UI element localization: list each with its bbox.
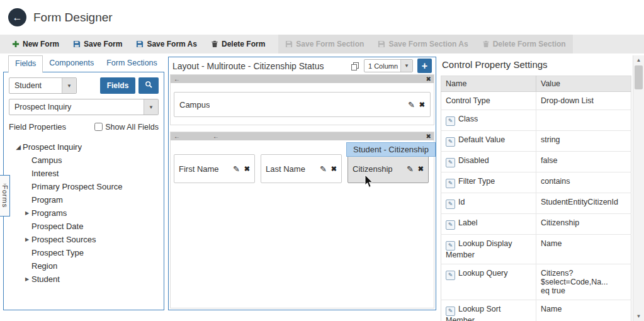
property-value: contains [536, 172, 631, 193]
entity-select[interactable]: Student ▼ [9, 77, 77, 94]
section-header-bar[interactable]: ← ← ✖ [171, 132, 434, 140]
layout-section[interactable]: ← ✖ Campus ✎ ✖ [170, 74, 434, 125]
layout-section[interactable]: ← ← ✖ First Name ✎ ✖ Last [170, 132, 434, 308]
chevron-down-icon: ▼ [144, 99, 158, 115]
form-designer-app: ← Form Designer New Form Save Form Save … [0, 0, 644, 321]
delete-form-label: Delete Form [222, 40, 265, 48]
scroll-up-icon[interactable]: ▲ [633, 57, 644, 63]
remove-icon[interactable]: ✖ [419, 101, 425, 109]
tree-label: Prospect Sources [31, 235, 96, 244]
field-box-campus[interactable]: Campus ✎ ✖ [174, 92, 431, 117]
forms-tab-label: Forms [1, 185, 9, 208]
tree-item-primary-prospect-source[interactable]: Primary Prospect Source [9, 180, 159, 193]
property-row[interactable]: Control Type Drop-down List [441, 92, 631, 110]
copy-layout-button[interactable] [351, 62, 359, 70]
save-form-section-as-button: Save Form Section As [371, 35, 475, 54]
tree-label: Prospect Inquiry [23, 142, 82, 152]
save-form-as-button[interactable]: Save Form As [129, 35, 204, 54]
property-row[interactable]: ✎Id StudentEntityCitizenId [441, 193, 631, 214]
tab-components[interactable]: Components [43, 55, 100, 72]
remove-icon[interactable]: ✖ [244, 165, 250, 173]
forms-slideout-tab[interactable]: › Forms [0, 175, 10, 217]
edit-pencil-icon[interactable]: ✎ [408, 100, 415, 110]
add-section-button[interactable]: + [417, 59, 432, 73]
tree-item-interest[interactable]: Interest [9, 167, 159, 180]
tab-form-sections[interactable]: Form Sections [100, 55, 164, 72]
search-button[interactable] [138, 77, 159, 94]
remove-icon[interactable]: ✖ [331, 165, 337, 173]
edit-pencil-icon[interactable]: ✎ [320, 164, 327, 174]
new-form-button[interactable]: New Form [5, 35, 66, 54]
property-row[interactable]: ✎Disabled false [441, 152, 631, 172]
edit-property-icon: ✎ [446, 220, 455, 230]
tab-fields[interactable]: Fields [8, 55, 43, 73]
tree-item-prospect-inquiry[interactable]: ◢ Prospect Inquiry [9, 140, 159, 154]
property-row[interactable]: ✎Lookup Sort Member Name [441, 300, 631, 321]
show-all-fields-toggle[interactable]: Show All Fields [94, 123, 159, 132]
save-form-button[interactable]: Save Form [66, 35, 129, 54]
close-icon[interactable]: ✖ [426, 133, 431, 140]
layout-canvas-panel: Layout - Multiroute - Citizenship Status… [168, 57, 436, 310]
tree-item-prospect-type[interactable]: Prospect Type [9, 246, 159, 259]
scrollbar-thumb[interactable] [635, 65, 643, 89]
form-select[interactable]: Prospect Inquiry ▼ [9, 99, 159, 115]
main-region: Fields Components Form Sections Student … [0, 55, 644, 321]
form-select-value: Prospect Inquiry [9, 103, 144, 111]
property-row[interactable]: ✎Label Citizenship [441, 214, 631, 235]
property-row[interactable]: ✎Default Value string [441, 131, 631, 152]
expand-icon[interactable]: ▶ [23, 276, 31, 282]
show-all-fields-checkbox[interactable] [94, 123, 103, 131]
tree-item-region[interactable]: Region [9, 259, 159, 273]
new-form-label: New Form [23, 40, 59, 48]
control-property-settings-panel: Control Property Settings Name Value Con… [441, 57, 631, 321]
column-count-select[interactable]: 1 Column ▼ [364, 59, 413, 72]
tree-item-campus[interactable]: Campus [9, 154, 159, 167]
property-value: Citizenship [536, 214, 631, 235]
edit-property-icon: ✎ [446, 137, 455, 147]
section-header-bar[interactable]: ← ✖ [171, 75, 434, 83]
app-header: ← Form Designer [0, 0, 644, 35]
field-box-first-name[interactable]: First Name ✎ ✖ [174, 154, 255, 183]
edit-pencil-icon[interactable]: ✎ [407, 164, 414, 174]
move-left-icon[interactable]: ← [213, 133, 219, 140]
move-left-icon[interactable]: ← [174, 76, 180, 82]
section-toolbar-group: Save Form Section Save Form Section As D… [278, 35, 572, 54]
save-icon [73, 40, 81, 48]
save-form-as-label: Save Form As [147, 40, 197, 48]
edit-pencil-icon[interactable]: ✎ [233, 164, 240, 174]
property-row[interactable]: ✎Class [441, 110, 631, 131]
field-box-citizenship[interactable]: Citizenship ✎ ✖ [347, 154, 429, 183]
delete-form-button[interactable]: Delete Form [204, 35, 272, 54]
save-form-label: Save Form [84, 40, 122, 48]
scroll-down-icon[interactable]: ▼ [633, 313, 644, 319]
expand-icon[interactable]: ▶ [23, 237, 31, 242]
tree-item-student[interactable]: ▶ Student [9, 273, 159, 286]
tree-item-program[interactable]: Program [9, 193, 159, 206]
property-row[interactable]: ✎Lookup Display Member Name [441, 235, 631, 264]
property-row[interactable]: ✎Lookup Query Citizens?$select=Code,Na..… [441, 264, 631, 300]
tree-label: Programs [31, 208, 67, 218]
trash-icon [482, 40, 490, 48]
field-properties-label: Field Properties [9, 122, 66, 132]
delete-form-section-label: Delete Form Section [493, 40, 566, 48]
close-icon[interactable]: ✖ [426, 76, 431, 82]
copy-icon [351, 62, 359, 70]
property-value: Drop-down List [536, 92, 631, 110]
tree-item-prospect-sources[interactable]: ▶ Prospect Sources [9, 233, 159, 246]
property-row[interactable]: ✎Filter Type contains [441, 172, 631, 193]
collapse-icon[interactable]: ◢ [14, 144, 23, 150]
property-name: Lookup Display Member [446, 239, 512, 259]
entity-row: Student ▼ Fields [9, 77, 159, 94]
move-left-icon[interactable]: ← [174, 133, 180, 140]
vertical-scrollbar[interactable]: ▲ ▼ [633, 55, 644, 321]
page-title: Form Designer [33, 11, 113, 25]
back-button[interactable]: ← [8, 8, 26, 26]
property-value: false [536, 152, 631, 172]
expand-icon[interactable]: ▶ [23, 210, 31, 216]
field-box-last-name[interactable]: Last Name ✎ ✖ [261, 154, 342, 183]
tree-label: Prospect Date [31, 222, 83, 231]
remove-icon[interactable]: ✖ [418, 165, 424, 173]
tree-item-programs[interactable]: ▶ Programs [9, 206, 159, 220]
tree-item-prospect-date[interactable]: Prospect Date [9, 220, 159, 233]
fields-button[interactable]: Fields [100, 77, 135, 94]
